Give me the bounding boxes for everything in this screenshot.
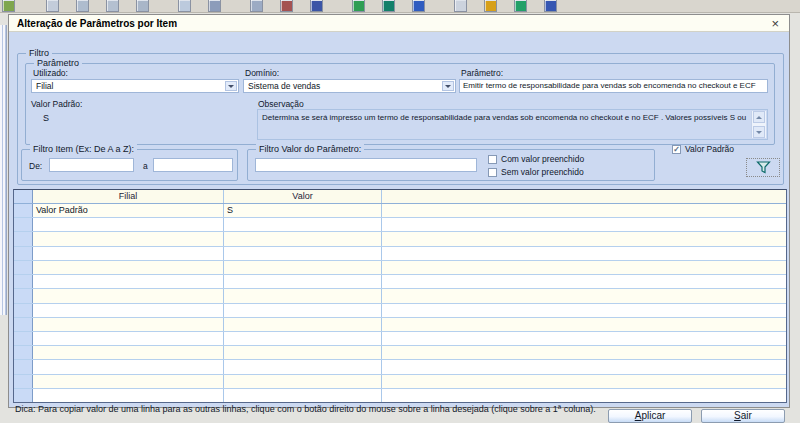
table-cell[interactable]: Valor Padrão xyxy=(33,204,224,217)
table-row[interactable] xyxy=(14,375,786,389)
table-cell[interactable] xyxy=(224,318,382,331)
column-header-valor[interactable]: Valor xyxy=(224,190,382,203)
table-cell[interactable] xyxy=(33,247,224,260)
row-selector[interactable] xyxy=(14,275,33,288)
table-cell[interactable] xyxy=(382,261,786,274)
column-header-filial[interactable]: Filial xyxy=(33,190,224,203)
memo-scrollbar[interactable] xyxy=(751,111,766,138)
row-selector[interactable] xyxy=(14,218,33,231)
table-cell[interactable] xyxy=(33,360,224,373)
table-cell[interactable] xyxy=(382,389,786,402)
close-icon[interactable]: × xyxy=(771,16,779,31)
table-row[interactable]: Valor PadrãoS xyxy=(14,204,786,218)
filtro-valor-input[interactable] xyxy=(255,158,477,172)
com-valor-checkbox[interactable] xyxy=(488,155,497,164)
utilizado-combobox[interactable]: Filial xyxy=(31,79,239,93)
import-icon[interactable] xyxy=(382,0,395,12)
row-selector[interactable] xyxy=(14,289,33,302)
table-row[interactable] xyxy=(14,247,786,261)
scroll-up-icon[interactable] xyxy=(753,111,765,123)
table-cell[interactable] xyxy=(224,389,382,402)
scroll-down-icon[interactable] xyxy=(753,126,765,138)
table-cell[interactable] xyxy=(33,389,224,402)
row-selector[interactable] xyxy=(14,232,33,245)
open-folder-icon[interactable] xyxy=(76,0,89,12)
table-cell[interactable] xyxy=(224,218,382,231)
table-cell[interactable] xyxy=(382,304,786,317)
table-row[interactable] xyxy=(14,261,786,275)
sync-icon[interactable] xyxy=(544,0,557,12)
row-selector[interactable] xyxy=(14,318,33,331)
grid-icon[interactable] xyxy=(250,0,263,12)
table-cell[interactable] xyxy=(382,346,786,359)
row-selector[interactable] xyxy=(14,360,33,373)
table-cell[interactable] xyxy=(224,360,382,373)
table-cell[interactable] xyxy=(224,289,382,302)
columns-icon[interactable] xyxy=(280,0,293,12)
table-row[interactable] xyxy=(14,232,786,246)
table-cell[interactable] xyxy=(224,261,382,274)
table-cell[interactable] xyxy=(224,332,382,345)
table-row[interactable] xyxy=(14,304,786,318)
filtro-item-a-input[interactable] xyxy=(153,158,233,172)
table-row[interactable] xyxy=(14,389,786,402)
table-cell[interactable] xyxy=(33,275,224,288)
table-row[interactable] xyxy=(14,318,786,332)
table-row[interactable] xyxy=(14,275,786,289)
observacao-memo[interactable]: Determina se será impresso um termo de r… xyxy=(257,109,768,140)
table-cell[interactable] xyxy=(382,332,786,345)
table-cell[interactable] xyxy=(382,247,786,260)
table-cell[interactable] xyxy=(382,218,786,231)
table-cell[interactable] xyxy=(382,360,786,373)
search-icon[interactable] xyxy=(178,0,191,12)
sem-valor-checkbox-row[interactable]: Sem valor preenchido xyxy=(488,167,584,177)
sem-valor-checkbox[interactable] xyxy=(488,168,497,177)
table-row[interactable] xyxy=(14,346,786,360)
valor-padrao-checkbox-row[interactable]: ✓ Valor Padrão xyxy=(672,144,734,154)
dialog-titlebar[interactable]: Alteração de Parâmetros por Item × xyxy=(9,15,789,32)
table-cell[interactable] xyxy=(33,261,224,274)
table-row[interactable] xyxy=(14,218,786,232)
row-selector[interactable] xyxy=(14,332,33,345)
save-icon[interactable] xyxy=(106,0,119,12)
table-cell[interactable] xyxy=(33,289,224,302)
chevron-down-icon[interactable] xyxy=(225,81,237,91)
transfer-icon[interactable] xyxy=(514,0,527,12)
row-selector[interactable] xyxy=(14,375,33,388)
table-cell[interactable] xyxy=(33,346,224,359)
table-row[interactable] xyxy=(14,332,786,346)
exit-button[interactable]: Sair xyxy=(701,409,785,423)
table-cell[interactable]: S xyxy=(224,204,382,217)
table-cell[interactable] xyxy=(382,289,786,302)
table-cell[interactable] xyxy=(224,247,382,260)
row-selector[interactable] xyxy=(14,204,33,217)
row-selector[interactable] xyxy=(14,247,33,260)
parametro-input[interactable]: Emitir termo de responsabilidade para ve… xyxy=(459,79,768,93)
table-cell[interactable] xyxy=(224,346,382,359)
apply-filter-button[interactable] xyxy=(746,158,780,177)
table-cell[interactable] xyxy=(224,275,382,288)
table-cell[interactable] xyxy=(224,375,382,388)
row-selector[interactable] xyxy=(14,389,33,402)
new-document-icon[interactable] xyxy=(46,0,59,12)
table-cell[interactable] xyxy=(33,375,224,388)
print-icon[interactable] xyxy=(136,0,149,12)
dominio-combobox[interactable]: Sistema de vendas xyxy=(243,79,456,93)
table-cell[interactable] xyxy=(382,318,786,331)
export-icon[interactable] xyxy=(412,0,425,12)
table-cell[interactable] xyxy=(224,232,382,245)
table-row[interactable] xyxy=(14,289,786,303)
table-cell[interactable] xyxy=(224,304,382,317)
apply-button[interactable]: Aplicar xyxy=(608,409,692,423)
table-cell[interactable] xyxy=(382,275,786,288)
table-row[interactable] xyxy=(14,360,786,374)
preview-icon[interactable] xyxy=(208,0,221,12)
table-cell[interactable] xyxy=(382,204,786,217)
table-cell[interactable] xyxy=(33,232,224,245)
row-selector[interactable] xyxy=(14,261,33,274)
filtro-item-de-input[interactable] xyxy=(49,158,134,172)
row-selector[interactable] xyxy=(14,304,33,317)
table-cell[interactable] xyxy=(33,332,224,345)
table-cell[interactable] xyxy=(33,304,224,317)
chart-icon[interactable] xyxy=(484,0,497,12)
